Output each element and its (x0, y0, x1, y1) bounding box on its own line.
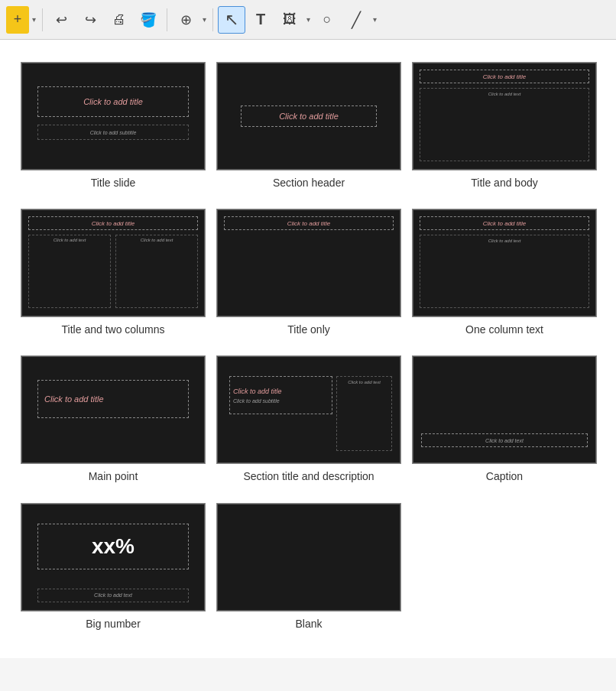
slide-preview-big-number: xx% Click to add text (21, 504, 205, 611)
print-icon: 🖨 (112, 11, 126, 28)
shape-icon: ○ (323, 11, 332, 28)
slide-preview-section-title-desc: Click to add title Click to add subtitle… (217, 356, 400, 463)
line-icon: ╱ (352, 11, 361, 29)
chevron-down-icon-4: ▾ (373, 15, 377, 24)
layout-grid: Click to add title Click to add subtitle… (8, 55, 608, 643)
slide-preview-main-point: Click to add title (21, 356, 205, 463)
two-cols-title-text: Click to add title (92, 220, 135, 227)
zoom-button[interactable]: ⊕ (172, 6, 199, 34)
layout-item-blank[interactable]: Blank (211, 496, 407, 643)
layout-item-section-header[interactable]: Click to add title Section header (211, 55, 407, 202)
caption-body-text: Click to add text (485, 438, 524, 443)
layout-label-one-column-text: One column text (465, 323, 543, 336)
layout-label-blank: Blank (295, 617, 322, 631)
title-only-title-text: Click to add title (287, 220, 330, 227)
layout-label-title-slide: Title slide (91, 176, 136, 190)
line-dropdown-button[interactable]: ▾ (371, 15, 378, 24)
chevron-down-icon-2: ▾ (203, 15, 206, 24)
layout-label-big-number: Big number (86, 617, 141, 631)
add-dropdown-button[interactable]: ▾ (31, 15, 37, 24)
redo-icon: ↪ (85, 11, 96, 28)
undo-icon: ↩ (56, 11, 67, 28)
title-slide-subtitle-text: Click to add subtitle (90, 130, 137, 135)
layout-picker: Click to add title Click to add subtitle… (0, 40, 616, 658)
text-button[interactable]: T (247, 6, 274, 34)
slide-preview-one-column-text: Click to add title Click to add text (413, 209, 596, 316)
image-button[interactable]: 🖼 (276, 6, 303, 34)
cursor-button[interactable]: ↖ (218, 6, 245, 34)
zoom-dropdown-button[interactable]: ▾ (201, 15, 208, 24)
chevron-down-icon-3: ▾ (306, 15, 310, 24)
paint-format-button[interactable]: 🪣 (135, 6, 162, 34)
slide-preview-title-two-cols: Click to add title Click to add text Cli… (21, 209, 205, 316)
layout-item-title-only[interactable]: Click to add title Title only (211, 202, 407, 349)
title-body-body-text: Click to add text (488, 92, 521, 96)
line-button[interactable]: ╱ (342, 6, 370, 34)
layout-item-title-slide[interactable]: Click to add title Click to add subtitle… (15, 55, 211, 202)
two-cols-col1-text: Click to add text (53, 238, 86, 242)
divider-1 (42, 8, 43, 31)
slide-preview-title-only: Click to add title (217, 209, 400, 316)
zoom-icon: ⊕ (180, 11, 192, 28)
redo-button[interactable]: ↪ (76, 6, 104, 34)
slide-preview-blank (217, 504, 400, 611)
slide-preview-title-slide: Click to add title Click to add subtitle (21, 63, 205, 170)
big-number-value: xx% (92, 534, 135, 559)
std-desc-text: Click to add text (348, 380, 381, 384)
layout-item-caption[interactable]: Click to add text Caption (407, 349, 602, 495)
layout-label-title-body: Title and body (471, 176, 537, 190)
title-body-title-text: Click to add title (483, 73, 526, 80)
one-col-title-text: Click to add title (483, 220, 526, 227)
plus-icon: + (14, 11, 22, 28)
divider-2 (167, 8, 167, 31)
print-button[interactable]: 🖨 (105, 6, 133, 34)
title-slide-title-text: Click to add title (83, 97, 143, 106)
layout-item-section-title-desc[interactable]: Click to add title Click to add subtitle… (211, 349, 407, 495)
slide-preview-caption: Click to add text (413, 356, 596, 463)
big-number-subtitle-text: Click to add text (94, 592, 132, 598)
two-cols-col2-text: Click to add text (141, 238, 173, 242)
main-point-title-text: Click to add title (44, 394, 104, 404)
shape-button[interactable]: ○ (313, 6, 341, 34)
add-button[interactable]: + (6, 6, 29, 34)
std-subtitle-text: Click to add subtitle (233, 398, 280, 404)
one-col-body-text: Click to add text (488, 238, 521, 243)
divider-3 (212, 8, 213, 31)
layout-item-big-number[interactable]: xx% Click to add text Big number (15, 496, 211, 643)
undo-button[interactable]: ↩ (47, 6, 75, 34)
layout-label-section-header: Section header (273, 176, 345, 190)
toolbar: + ▾ ↩ ↪ 🖨 🪣 ⊕ ▾ ↖ T 🖼 ▾ ○ ╱ ▾ (0, 0, 616, 40)
slide-preview-section-header: Click to add title (217, 63, 400, 170)
image-dropdown-button[interactable]: ▾ (305, 15, 312, 24)
slide-preview-title-body: Click to add title Click to add text (413, 63, 596, 170)
layout-item-main-point[interactable]: Click to add title Main point (15, 349, 211, 495)
image-icon: 🖼 (283, 11, 297, 28)
layout-item-title-body[interactable]: Click to add title Click to add text Tit… (407, 55, 602, 202)
std-title-text: Click to add title (233, 388, 282, 395)
layout-label-section-title-desc: Section title and description (243, 469, 374, 483)
cursor-icon: ↖ (225, 10, 238, 30)
layout-item-one-column-text[interactable]: Click to add title Click to add text One… (407, 202, 602, 349)
layout-item-title-two-cols[interactable]: Click to add title Click to add text Cli… (15, 202, 211, 349)
layout-label-caption: Caption (486, 469, 523, 483)
section-header-title-text: Click to add title (279, 112, 339, 121)
layout-label-title-only: Title only (287, 323, 330, 336)
layout-label-main-point: Main point (89, 469, 138, 483)
layout-label-title-two-cols: Title and two columns (62, 323, 165, 336)
text-icon: T (256, 11, 265, 28)
paint-icon: 🪣 (140, 11, 157, 28)
chevron-down-icon: ▾ (32, 15, 36, 24)
